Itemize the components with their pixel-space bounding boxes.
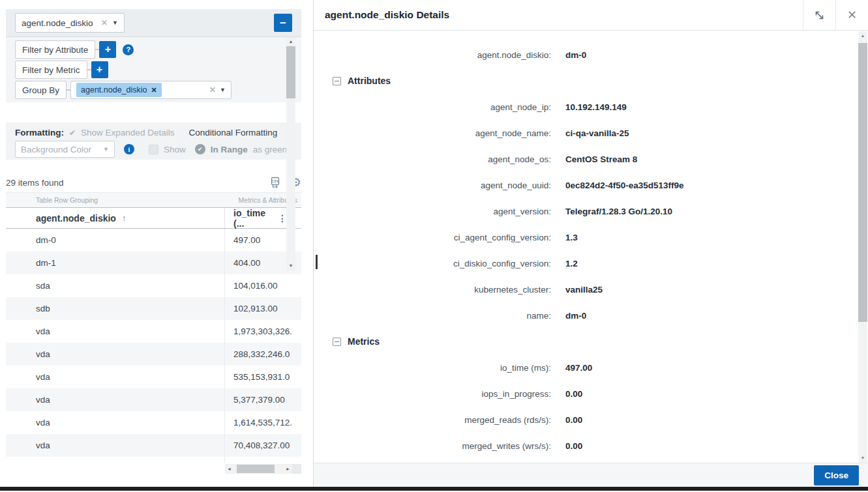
scrollbar-corner [292, 464, 301, 474]
help-icon[interactable]: ? [123, 44, 134, 55]
detail-field-value: 0ec824d2-4f50-ea35d513ff9e [565, 181, 684, 190]
table-row[interactable]: sdb102,913.00 [6, 297, 301, 320]
detail-field-row: iops_in_progress:0.00 [314, 381, 868, 407]
in-range-check-icon: ✔ [195, 144, 205, 154]
object-select[interactable]: agent.node_diskio ✕ ▼ [15, 13, 125, 33]
filter-by-metric-button[interactable]: Filter by Metric [15, 61, 87, 79]
detail-field-value: 10.192.149.149 [565, 102, 627, 112]
group-by-chip[interactable]: agent.node_diskio ✕ [76, 83, 162, 97]
table-row[interactable]: dm-0497.00 [6, 229, 301, 252]
detail-section-header: Attributes [314, 68, 868, 94]
query-header: agent.node_diskio ✕ ▼ − [6, 9, 301, 37]
detail-field-value: 1.2 [565, 259, 578, 268]
check-icon: ✔ [69, 128, 76, 137]
clear-selection-icon[interactable]: ✕ [101, 19, 108, 27]
column-menu-icon[interactable]: ⋮ [278, 213, 287, 224]
table-body: dm-0497.00dm-1404.00sda104,016.00sdb102,… [6, 229, 301, 463]
detail-field-label: merged_writes (wrs/s): [314, 441, 551, 451]
query-panel: agent.node_diskio ✕ ▼ − Filter by Attrib… [6, 9, 301, 102]
filter-by-attribute-button[interactable]: Filter by Attribute [15, 40, 95, 59]
table-group-header: Table Row Grouping Metrics & Attributes [6, 192, 301, 207]
scroll-right-icon[interactable]: ► [284, 464, 292, 474]
info-icon[interactable]: i [124, 144, 134, 154]
background-color-dropdown[interactable]: Background Color ▼ [15, 141, 115, 158]
chevron-down-icon[interactable]: ▼ [220, 87, 226, 93]
table-row[interactable]: vda6,051,020.00 [6, 457, 301, 463]
table-row[interactable]: vda70,408,327.00 [6, 434, 301, 457]
table-vertical-scrollbar[interactable]: ▲ ▼ [286, 37, 295, 270]
query-body: Filter by Attribute + ? Filter by Metric… [6, 37, 301, 102]
connector-line [87, 69, 91, 70]
detail-field-value: dm-0 [565, 311, 586, 321]
scrollbar-track[interactable] [233, 464, 284, 474]
detail-field-value: 1.3 [565, 233, 578, 242]
scroll-down-icon[interactable]: ▼ [289, 261, 293, 270]
conditional-formatting-label[interactable]: Conditional Formatting [188, 128, 277, 137]
table-row[interactable]: vda5,377,379.00 [6, 388, 301, 411]
scroll-up-icon[interactable]: ▲ [861, 31, 865, 40]
detail-field-label: agent_node_ip: [314, 102, 551, 112]
row-value-cell: 535,153,931.0 [225, 372, 301, 382]
show-expanded-details-label[interactable]: Show Expanded Details [81, 128, 174, 137]
row-name-cell: sda [6, 274, 225, 297]
detail-field-value: 497.00 [565, 363, 592, 373]
table-row[interactable]: vda1,614,535,712. [6, 411, 301, 434]
table-row[interactable]: vda535,153,931.0 [6, 366, 301, 388]
row-value-cell: 1,614,535,712. [225, 418, 301, 427]
expand-panel-icon[interactable] [803, 0, 835, 30]
row-name-cell: dm-0 [6, 229, 225, 252]
scrollbar-thumb[interactable] [237, 465, 275, 473]
items-found-count: 29 items found [6, 178, 64, 188]
group-by-combo[interactable]: agent.node_diskio ✕ ✕ ▼ [70, 81, 232, 99]
close-icon[interactable]: ✕ [835, 0, 868, 30]
detail-field-label: agent_node_os: [314, 154, 551, 164]
close-button[interactable]: Close [814, 465, 859, 485]
add-metric-filter-button[interactable]: + [91, 61, 108, 78]
detail-field-label: merged_reads (rds/s): [314, 415, 551, 425]
table-horizontal-scrollbar[interactable]: ◄ ► [225, 464, 292, 474]
scroll-up-icon[interactable]: ▲ [289, 37, 293, 46]
detail-section-title: Metrics [348, 336, 380, 347]
show-label: Show [164, 145, 186, 154]
detail-field-label: ci_diskio_config_version: [314, 259, 551, 268]
detail-field-label: name: [314, 311, 551, 321]
as-green-label: as green [253, 145, 288, 154]
column-header-diskio[interactable]: agent.node_diskio ↑ [6, 208, 225, 228]
table-row[interactable]: dm-1404.00 [6, 252, 301, 274]
chevron-down-icon[interactable]: ▼ [112, 20, 118, 26]
table-row[interactable]: sda104,016.00 [6, 274, 301, 297]
scroll-down-icon[interactable]: ▼ [861, 454, 865, 463]
chevron-down-icon: ▼ [103, 146, 109, 152]
row-name-cell: vda [6, 343, 225, 366]
details-title: agent.node_diskio Details [314, 9, 449, 21]
detail-section-title: Attributes [348, 76, 391, 86]
scrollbar-thumb[interactable] [858, 43, 867, 322]
column-header-io-time-label: io_time (... [233, 208, 278, 229]
details-vertical-scrollbar[interactable]: ▲ ▼ [858, 31, 867, 463]
bottom-divider-bar [0, 487, 868, 491]
formatting-title: Formatting: [15, 128, 64, 137]
remove-chip-icon[interactable]: ✕ [151, 86, 157, 94]
table-row[interactable]: vda288,332,246.0 [6, 343, 301, 366]
row-value-cell: 5,377,379.00 [225, 395, 301, 405]
group-header-row-grouping: Table Row Grouping [6, 196, 225, 204]
collapse-widget-button[interactable]: − [274, 14, 292, 32]
detail-field-row: name:dm-0 [314, 302, 868, 328]
detail-field-value: vanilla25 [565, 285, 603, 295]
scroll-left-icon[interactable]: ◄ [225, 464, 233, 474]
collapse-section-icon[interactable] [333, 77, 341, 85]
sort-ascending-icon[interactable]: ↑ [122, 213, 127, 223]
svg-text:CSV: CSV [271, 179, 279, 183]
scrollbar-thumb[interactable] [286, 46, 295, 98]
table-row[interactable]: vda1,973,303,326. [6, 320, 301, 343]
collapse-section-icon[interactable] [333, 338, 341, 346]
detail-field-row: kubernetes_cluster:vanilla25 [314, 276, 868, 302]
detail-field-label: agent.node_diskio: [314, 50, 551, 60]
show-checkbox[interactable] [149, 145, 158, 154]
detail-field-label: io_time (ms): [314, 363, 551, 373]
results-table: Table Row Grouping Metrics & Attributes … [6, 192, 301, 463]
add-attribute-filter-button[interactable]: + [99, 41, 116, 58]
detail-field-row: io_time (ms):497.00 [314, 355, 868, 381]
export-csv-icon[interactable]: CSV [269, 176, 282, 189]
clear-groupby-icon[interactable]: ✕ [209, 86, 216, 94]
